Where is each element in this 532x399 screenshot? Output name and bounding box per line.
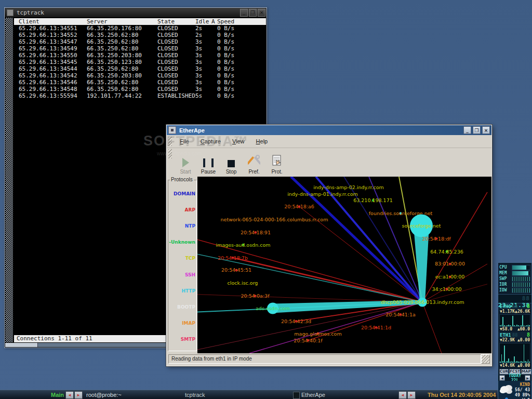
node-label: 83:01:00:00	[435, 261, 465, 267]
weather-humidity: 49 89%	[515, 393, 530, 398]
network-canvas[interactable]: indy-dns-amp-02.indy.rr.comindy-dns-amp-…	[197, 177, 491, 353]
protocol-ntp[interactable]: NTP	[169, 218, 196, 234]
node-label: ads.osdn.com	[256, 305, 290, 311]
chart-spike	[512, 316, 513, 326]
protocol-imap[interactable]: IMAP	[169, 315, 196, 331]
cell-server: 66.35.250.203:80	[87, 52, 142, 59]
meter-label: MEM	[499, 271, 511, 275]
menubar-gripper[interactable]	[168, 137, 172, 146]
connection-row: 65.29.66.13:3454266.35.250.203:80CLOSED3…	[14, 72, 266, 79]
node-label: 20:54:40:1f	[294, 338, 323, 343]
window-menu-icon[interactable]	[7, 9, 14, 16]
etherape-main: Protocols DOMAINARPNTPUDP-UnknownTCPSSHH…	[167, 177, 491, 353]
hscroll-thumb[interactable]	[5, 343, 38, 347]
gkrellm-clock: 88 23.21.38	[498, 295, 531, 303]
chart-spike	[504, 325, 505, 326]
terminal-scrollbar[interactable]	[5, 18, 13, 342]
protocols-sidebar: Protocols DOMAINARPNTPUDP-UnknownTCPSSHH…	[167, 177, 197, 353]
eth1-chart	[499, 343, 530, 363]
task-tcptrack[interactable]: tcptrack	[185, 390, 205, 399]
cell-client: 65.29.66.13:34546	[19, 79, 77, 86]
cell-idle: 2s	[195, 25, 202, 32]
node-label: indy-dns-amp-02.indy.rr.com	[313, 184, 384, 190]
preferences-button[interactable]: Pref.	[243, 149, 265, 175]
menu-file[interactable]: File	[174, 137, 195, 145]
day-next-icon[interactable]: ▶	[525, 375, 530, 381]
close-icon[interactable]: ×	[258, 9, 265, 17]
day-prev-icon[interactable]: ◀	[499, 375, 505, 381]
eth1-header[interactable]: ETH1 88 8	[498, 332, 531, 338]
node-label: 20:54:18:7b	[218, 255, 248, 261]
close-icon[interactable]: ×	[482, 126, 490, 134]
cell-server: 192.101.77.44:22	[87, 92, 142, 99]
chart-spike	[525, 361, 526, 363]
eth0-tx-total: ▲60.0	[517, 327, 530, 332]
eth0-badge: 8	[527, 303, 530, 309]
cell-state: CLOSED	[157, 32, 178, 38]
pause-button[interactable]: Pause	[197, 149, 220, 175]
eth1-tx-total: ▲0.00	[517, 363, 530, 368]
tcptrack-titlebar[interactable]: tcptrack _ ❐ ×	[5, 8, 267, 18]
main-menu-button[interactable]: Main	[51, 390, 64, 399]
protocol-udp-unknown[interactable]: UDP-Unknown	[169, 234, 196, 250]
etherape-titlebar[interactable]: EtherApe _ ❐ ×	[167, 125, 491, 135]
meter-bar	[512, 276, 530, 282]
stop-button[interactable]: Stop	[220, 149, 243, 175]
cell-client: 65.29.66.13:34545	[19, 59, 77, 65]
task-terminal[interactable]: root@probe:~	[86, 390, 122, 399]
cell-speed: 0 B/s	[217, 45, 234, 52]
cell-idle: 2s	[195, 32, 202, 38]
meter-label: IOR	[499, 282, 511, 287]
cell-state: CLOSED	[157, 25, 178, 32]
pager-right-icon[interactable]: ▸	[74, 391, 83, 399]
table-header: Client Server State Idle A Speed	[14, 18, 266, 25]
start-button[interactable]: Start	[174, 149, 197, 175]
eth1-label: ETH1	[500, 332, 511, 338]
header-state: State	[157, 18, 175, 25]
chart-spike	[520, 326, 521, 326]
minimize-icon[interactable]: _	[463, 126, 471, 134]
node-label: ec:a1:00:00	[435, 274, 465, 280]
protocols-frame-title: Protocols	[170, 177, 194, 182]
protocol-tcp[interactable]: TCP	[169, 250, 196, 267]
toolbar-gripper[interactable]	[168, 149, 172, 158]
protocols-button[interactable]: Prot.	[265, 149, 288, 175]
menu-view[interactable]: View	[227, 137, 250, 145]
meter-fill	[512, 283, 530, 287]
protocol-http[interactable]: HTTP	[169, 283, 196, 299]
menu-capture[interactable]: Capture	[195, 137, 227, 145]
menu-help[interactable]: Help	[250, 137, 274, 145]
play-icon	[182, 158, 189, 167]
cell-state: ESTABLISHED	[157, 92, 195, 99]
eth0-header[interactable]: ETH0 88 8	[498, 303, 531, 309]
meter-fill	[512, 271, 528, 275]
maximize-icon[interactable]: ❐	[473, 126, 481, 134]
protocols-frame: Protocols DOMAINARPNTPUDP-UnknownTCPSSHH…	[168, 180, 197, 351]
pager-left-icon[interactable]: ◂	[65, 391, 74, 399]
window-menu-icon[interactable]	[168, 126, 176, 134]
resize-grip[interactable]	[481, 354, 490, 364]
protocol-arp[interactable]: ARP	[169, 202, 196, 218]
protocol-ssh[interactable]: SSH	[169, 267, 196, 283]
chart-spike	[512, 362, 513, 363]
protocol-bootp[interactable]: BOOTP	[169, 299, 196, 315]
chart-spike	[522, 362, 523, 363]
tasklist-left-icon[interactable]: ◂	[398, 391, 407, 399]
node-label: images-aud.osdn.com	[216, 242, 271, 248]
node-label: 20:54:0a:3f	[241, 293, 270, 299]
eth0-chart	[499, 314, 530, 327]
cell-server: 66.35.250.62:80	[87, 65, 138, 72]
protocol-smtp[interactable]: SMTP	[169, 331, 196, 348]
connection-row: 65.29.66.13:3454466.35.250.62:80CLOSED3s…	[14, 65, 266, 72]
header-speed: Speed	[217, 18, 234, 25]
chart-spike	[504, 345, 505, 363]
tasklist-right-icon[interactable]: ▸	[407, 391, 416, 399]
maximize-icon[interactable]: ❐	[249, 9, 257, 17]
meter-iow: IOW	[499, 287, 530, 293]
cell-client: 65.29.66.13:34550	[19, 52, 77, 59]
connection-row: 65.29.66.13:3454766.35.250.62:80CLOSED3s…	[14, 38, 266, 45]
protocol-domain[interactable]: DOMAIN	[169, 185, 196, 202]
task-etherape[interactable]: EtherApe	[301, 390, 325, 399]
eth1-badge: 8	[527, 332, 530, 338]
minimize-icon[interactable]: _	[240, 9, 248, 17]
